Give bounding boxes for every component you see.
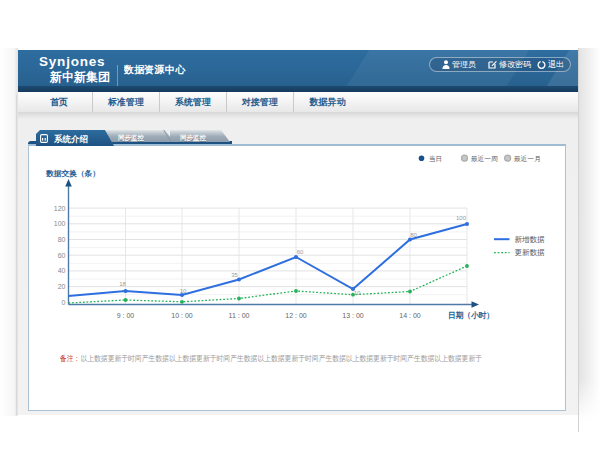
svg-text:100: 100 — [456, 215, 467, 221]
svg-text:60: 60 — [58, 252, 66, 259]
svg-text:13 : 00: 13 : 00 — [342, 312, 364, 319]
svg-text:0: 0 — [62, 299, 66, 306]
svg-text:最近一周: 最近一周 — [471, 155, 498, 162]
svg-text:数据交换（条）: 数据交换（条） — [45, 169, 100, 178]
svg-text:9 : 00: 9 : 00 — [117, 312, 135, 319]
svg-text:40: 40 — [58, 267, 66, 274]
svg-text:14 : 00: 14 : 00 — [399, 312, 421, 319]
svg-text:10 : 00: 10 : 00 — [171, 312, 193, 319]
svg-text:60: 60 — [297, 249, 304, 255]
svg-text:11 : 00: 11 : 00 — [229, 312, 250, 319]
svg-text:当日: 当日 — [429, 155, 442, 163]
svg-text:80: 80 — [58, 236, 66, 243]
svg-text:18: 18 — [119, 281, 126, 287]
svg-text:日期（小时）: 日期（小时） — [448, 311, 494, 320]
svg-text:更新数据: 更新数据 — [515, 248, 546, 257]
svg-text:20: 20 — [58, 283, 66, 290]
svg-text:数据资源中心: 数据资源中心 — [124, 64, 186, 75]
svg-text:120: 120 — [54, 205, 66, 212]
svg-text:100: 100 — [54, 220, 66, 227]
svg-text:35: 35 — [231, 272, 238, 278]
svg-text:新增数据: 新增数据 — [515, 235, 546, 244]
svg-text:10: 10 — [180, 288, 187, 294]
svg-text:10: 10 — [354, 290, 361, 296]
svg-text:12 : 00: 12 : 00 — [285, 312, 307, 319]
svg-text:备注：以上数据更新于时间产生数据以上数据更新于时间产生数据以: 备注：以上数据更新于时间产生数据以上数据更新于时间产生数据以上数据更新于时间产生… — [60, 354, 482, 363]
svg-text:80: 80 — [410, 232, 417, 238]
svg-text:最近一月: 最近一月 — [514, 155, 541, 163]
